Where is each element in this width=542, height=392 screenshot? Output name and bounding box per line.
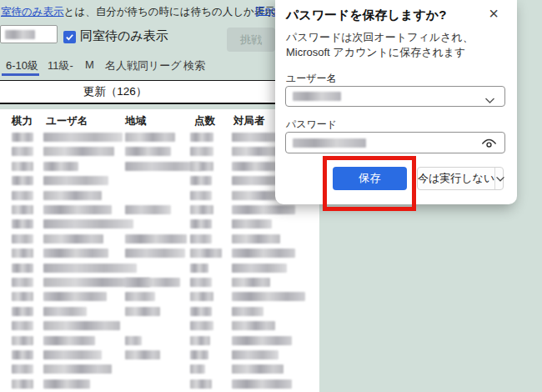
redacted-score: [190, 162, 213, 171]
redacted-score: [190, 176, 212, 185]
redacted-user: [43, 292, 107, 301]
active-tab-underline: [2, 73, 39, 76]
tab-search[interactable]: 検索: [183, 58, 205, 73]
redacted-score: [190, 133, 213, 142]
redacted-score: [190, 264, 208, 273]
english-link-wrap: [Eng: [255, 5, 277, 17]
table-row[interactable]: [0, 319, 319, 333]
table-row[interactable]: [0, 159, 319, 173]
redacted-opponent: [232, 364, 284, 374]
table-row[interactable]: [0, 173, 319, 188]
save-button[interactable]: 保存: [333, 167, 407, 190]
redacted-user: [43, 191, 102, 200]
redacted-user: [43, 264, 137, 273]
reveal-password-eye-icon[interactable]: [481, 138, 497, 148]
redacted-region: [125, 133, 175, 142]
redacted-opponent: [232, 219, 272, 229]
redacted-opponent: [232, 205, 295, 214]
table-row[interactable]: [0, 232, 319, 246]
redacted-opponent: [232, 379, 292, 389]
table-row[interactable]: [0, 304, 319, 319]
redacted-strength: [12, 249, 33, 258]
table-row[interactable]: [0, 275, 319, 289]
chevron-down-icon: [495, 171, 505, 186]
redacted-strength: [12, 147, 33, 156]
redacted-score: [190, 292, 213, 301]
redacted-strength: [12, 336, 33, 345]
redacted-score: [190, 219, 212, 229]
dialog-description: パスワードは次回オートフィルされ、Microsoft アカウントに保存されます: [286, 30, 509, 61]
chevron-down-icon: [484, 93, 495, 100]
table-row[interactable]: [0, 261, 319, 275]
redacted-strength: [12, 350, 33, 359]
close-icon[interactable]: ×: [484, 3, 504, 23]
english-link[interactable]: [Eng: [255, 5, 277, 17]
room-filter-checkbox[interactable]: [63, 31, 76, 43]
redacted-strength: [12, 219, 33, 229]
redacted-opponent: [232, 336, 292, 345]
redacted-user: [43, 307, 87, 316]
tab-11kyu[interactable]: 11級-: [48, 58, 73, 73]
col-header-opponent: 対局者: [233, 114, 265, 128]
redacted-strength: [12, 321, 33, 330]
table-row[interactable]: [0, 348, 319, 362]
redacted-user: [43, 205, 112, 214]
table-row[interactable]: [0, 362, 319, 376]
refresh-button[interactable]: 更新（126）: [0, 80, 319, 104]
redacted-strength: [12, 364, 33, 374]
redacted-opponent: [232, 264, 287, 273]
tab-meijin-league[interactable]: 名人戦同リーグ: [105, 58, 182, 73]
redacted-score: [190, 205, 213, 214]
redacted-user: [43, 162, 78, 171]
redacted-strength: [12, 162, 33, 171]
redacted-user: [43, 147, 114, 156]
dialog-title: パスワードを保存しますか?: [286, 8, 446, 23]
table-row[interactable]: [0, 217, 319, 231]
handle-input[interactable]: [0, 25, 58, 43]
redacted-score: [190, 364, 205, 374]
redacted-strength: [12, 379, 33, 389]
redacted-opponent: [232, 249, 295, 258]
table-row[interactable]: [0, 334, 319, 348]
room-wait-info-link[interactable]: 室待のみ表示: [1, 6, 64, 18]
redacted-opponent: [232, 292, 305, 301]
not-now-button[interactable]: 今は実行しない: [418, 168, 495, 189]
not-now-chevron-button[interactable]: [495, 168, 505, 189]
redacted-score: [190, 336, 210, 345]
col-header-strength: 棋力: [12, 114, 33, 128]
redacted-opponent: [232, 234, 280, 244]
col-header-region: 地域: [125, 114, 146, 128]
password-field[interactable]: [285, 132, 505, 153]
redacted-strength: [12, 133, 33, 142]
table-row[interactable]: [0, 203, 319, 217]
table-row[interactable]: [0, 246, 319, 260]
redacted-region: [125, 147, 171, 156]
table-row[interactable]: [0, 377, 319, 391]
redacted-region: [125, 307, 160, 316]
redacted-score: [190, 191, 212, 200]
redacted-user: [43, 249, 108, 258]
redacted-opponent: [232, 147, 280, 156]
redacted-region: [125, 205, 171, 214]
refresh-label: 更新（126）: [0, 81, 230, 103]
password-label: パスワード: [286, 118, 337, 132]
table-row[interactable]: [0, 188, 319, 203]
table-row[interactable]: [0, 289, 319, 304]
col-header-score: 点数: [194, 114, 215, 128]
redacted-strength: [12, 176, 33, 185]
redacted-score: [190, 234, 212, 244]
col-header-username: ユーザ名: [46, 114, 88, 128]
redacted-region: [125, 350, 160, 359]
redacted-strength: [12, 191, 33, 200]
redacted-opponent: [232, 162, 279, 171]
table-row[interactable]: [0, 144, 319, 158]
redacted-opponent: [232, 321, 275, 330]
redacted-password-value: [293, 138, 366, 148]
tab-m[interactable]: M: [85, 58, 94, 71]
redacted-strength: [12, 264, 33, 273]
redacted-region: [125, 234, 187, 244]
username-select[interactable]: [285, 86, 505, 107]
table-row[interactable]: [0, 130, 319, 144]
tab-6-10kyu[interactable]: 6-10級: [6, 58, 38, 73]
challenge-button[interactable]: 挑戦: [227, 28, 275, 52]
